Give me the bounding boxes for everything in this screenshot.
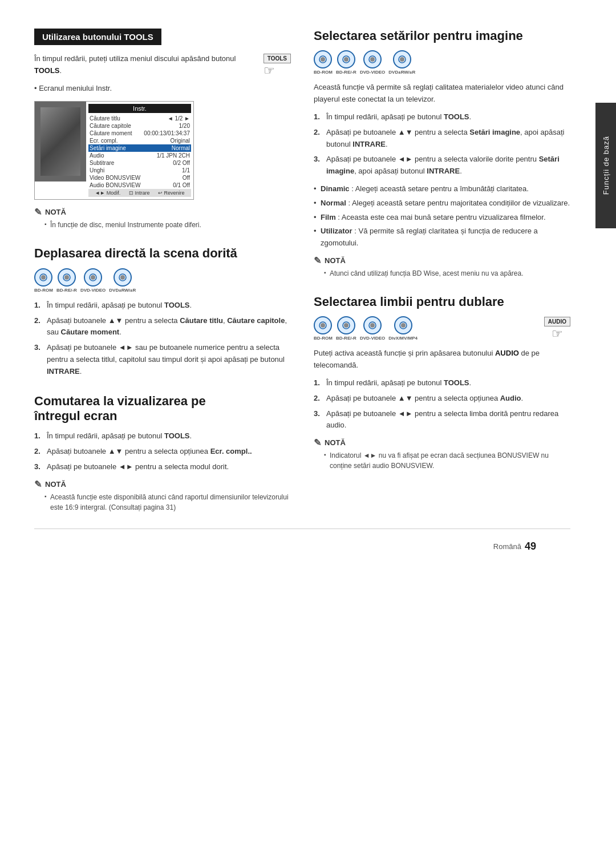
menu-row: Audio BONUSVIEW 0/1 Off — [88, 181, 191, 189]
section-comutare-title: Comutarea la vizualizarea pe întregul ec… — [34, 394, 291, 424]
section-tools: Utilizarea butonului TOOLS În timpul red… — [34, 29, 291, 230]
disc-dvd-rw-2: DVD±RW/±R — [388, 50, 415, 75]
svg-point-14 — [399, 56, 406, 63]
menu-row: Ecr. compl. Original — [88, 137, 191, 144]
note-comutare: ✎ NOTĂ Această funcție este disponibilă … — [34, 479, 291, 513]
section-tools-header: Utilizarea butonului TOOLS — [34, 29, 161, 45]
svg-point-3 — [66, 276, 68, 279]
section-limba: Selectarea limbii pentru dublare BD-ROM — [314, 295, 570, 471]
disc-dvd-rw: DVD±RW/±R — [109, 268, 136, 293]
menu-row: Căutare moment 00:00:13/01:34:37 — [88, 130, 191, 137]
svg-point-2 — [63, 274, 70, 281]
list-item: 3. Apăsați pe butoanele ◄► sau pe butoan… — [34, 342, 291, 377]
audio-button-area: AUDIO ☞ — [544, 316, 570, 341]
list-item: 1. În timpul redării, apăsați pe butonul… — [34, 300, 291, 312]
menu-row: Audio 1/1 JPN 2CH — [88, 152, 191, 159]
svg-point-7 — [121, 276, 124, 279]
list-item: Dinamic : Alegeți această setare pentru … — [314, 183, 570, 195]
svg-point-5 — [92, 276, 94, 279]
setari-bullets: Dinamic : Alegeți această setare pentru … — [314, 183, 570, 249]
list-item: 3. Apăsați pe butoanele ◄► pentru a sele… — [314, 154, 570, 178]
disc-divx-mv: DivX/MV/MP4 — [388, 316, 418, 341]
menu-title: Instr. — [88, 104, 191, 113]
note-tools: ✎ NOTĂ În funcție de disc, meniul Instru… — [34, 207, 291, 230]
svg-point-22 — [400, 322, 407, 329]
svg-point-6 — [119, 274, 126, 281]
tools-intro-text: În timpul redării, puteți utiliza meniul… — [34, 53, 252, 77]
menu-mockup: Instr. Căutare titlu ◄ 1/2 ► Căutare cap… — [34, 101, 194, 200]
menu-table: Instr. Căutare titlu ◄ 1/2 ► Căutare cap… — [86, 102, 193, 199]
disc-dvd-video-2: DVD-VIDEO — [360, 50, 385, 75]
footer-page-number: 49 — [525, 541, 536, 552]
section-limba-title: Selectarea limbii pentru dublare — [314, 295, 570, 309]
comutare-steps: 1. În timpul redării, apăsați pe butonul… — [34, 430, 291, 473]
list-item: Film : Aceasta este cea mai bună setare … — [314, 212, 570, 224]
setari-steps: 1. În timpul redării, apăsați pe butonul… — [314, 111, 570, 178]
section-setari-title: Selectarea setărilor pentru imagine — [314, 29, 570, 43]
note-limba: ✎ NOTĂ Indicatorul ◄► nu va fi afișat pe… — [314, 437, 570, 471]
disc-bd-rom-3: BD-ROM — [314, 316, 333, 341]
note-tools-label: NOTĂ — [45, 208, 66, 216]
note-tools-content: În funcție de disc, meniul Instrumente p… — [34, 220, 291, 230]
disc-bd-rom-2: BD-ROM — [314, 50, 333, 75]
section-deplasare: Deplasarea directă la scena dorită BD-RO… — [34, 246, 291, 377]
list-item: 3. Apăsați pe butoanele ◄► pentru a sele… — [314, 408, 570, 432]
list-item: 2. Apăsați butoanele ▲▼ pentru a selecta… — [34, 315, 291, 339]
disc-bd-re-r: BD-RE/-R — [56, 268, 77, 293]
note-setari: ✎ NOTĂ Atunci când utilizați funcția BD … — [314, 255, 570, 279]
disc-bd-rom: BD-ROM — [34, 268, 53, 293]
svg-point-8 — [319, 56, 326, 63]
svg-point-10 — [343, 56, 350, 63]
side-tab-label: Funcții de bază — [602, 136, 610, 195]
svg-point-12 — [369, 56, 376, 63]
list-item: 2. Apăsați butoanele ▲▼ pentru a selecta… — [34, 446, 291, 458]
left-column: Utilizarea butonului TOOLS În timpul red… — [34, 29, 291, 529]
disc-bd-re-3: BD-RE/-R — [336, 316, 356, 341]
note-setari-label: NOTĂ — [325, 256, 346, 265]
svg-point-11 — [345, 58, 347, 60]
svg-point-0 — [40, 274, 47, 281]
disc-icons-deplasare: BD-ROM BD-RE/-R DVD-VIDEO — [34, 268, 291, 293]
note-comutare-label: NOTĂ — [45, 480, 66, 489]
svg-point-23 — [402, 324, 404, 326]
list-item: 2. Apăsați pe butoanele ▲▼ pentru a sele… — [314, 127, 570, 151]
svg-point-1 — [42, 276, 44, 279]
svg-point-16 — [319, 322, 326, 329]
limba-steps: 1. În timpul redării, apăsați pe butonul… — [314, 377, 570, 431]
note-setari-content: Atunci când utilizați funcția BD Wise, a… — [314, 268, 570, 279]
list-item: 1. În timpul redării, apăsați pe butonul… — [314, 111, 570, 123]
svg-point-13 — [371, 58, 374, 60]
section-tools-title: Utilizarea butonului TOOLS — [42, 32, 153, 42]
list-item: Utilizator : Vă permite să reglați clari… — [314, 225, 570, 249]
menu-row: Căutare titlu ◄ 1/2 ► — [88, 115, 191, 122]
menu-row-highlighted: Setări imagine Normal — [88, 144, 191, 152]
disc-bd-re-2: BD-RE/-R — [336, 50, 356, 75]
disc-icons-setari: BD-ROM BD-RE/-R DVD-VIDEO — [314, 50, 570, 75]
side-tab: Funcții de bază — [595, 103, 616, 228]
menu-image — [35, 102, 86, 181]
svg-point-19 — [345, 324, 347, 326]
ecran-label: • Ecranul meniului Instr. — [34, 83, 291, 95]
setari-intro: Această funcție vă permite să reglați ca… — [314, 82, 570, 106]
note-comutare-content: Această funcție este disponibilă atunci … — [34, 492, 291, 513]
svg-point-17 — [322, 324, 324, 326]
list-item: Normal : Alegeți această setare pentru m… — [314, 197, 570, 209]
note-limba-content: Indicatorul ◄► nu va fi afișat pe ecran … — [314, 450, 570, 471]
note-limba-label: NOTĂ — [325, 438, 346, 447]
list-item: 1. În timpul redării, apăsați pe butonul… — [314, 377, 570, 389]
footer-language: Română — [493, 542, 521, 551]
limba-intro: Puteți activa această funcție și prin ap… — [314, 348, 570, 372]
menu-row: Unghi 1/1 — [88, 167, 191, 174]
menu-row: Subtitrare 0/2 Off — [88, 159, 191, 167]
tools-button-icon: TOOLS ☞ — [264, 53, 291, 78]
svg-point-18 — [343, 322, 350, 329]
svg-point-21 — [371, 324, 374, 326]
section-comutare: Comutarea la vizualizarea pe întregul ec… — [34, 394, 291, 513]
list-item: 3. Apăsați pe butoanele ◄► pentru a sele… — [34, 461, 291, 473]
list-item: 1. În timpul redării, apăsați pe butonul… — [34, 430, 291, 442]
deplasare-steps: 1. În timpul redării, apăsați pe butonul… — [34, 300, 291, 378]
menu-row: Video BONUSVIEW Off — [88, 174, 191, 181]
svg-point-20 — [369, 322, 376, 329]
page-footer: Română 49 — [34, 529, 570, 564]
section-deplasare-title: Deplasarea directă la scena dorită — [34, 246, 291, 261]
